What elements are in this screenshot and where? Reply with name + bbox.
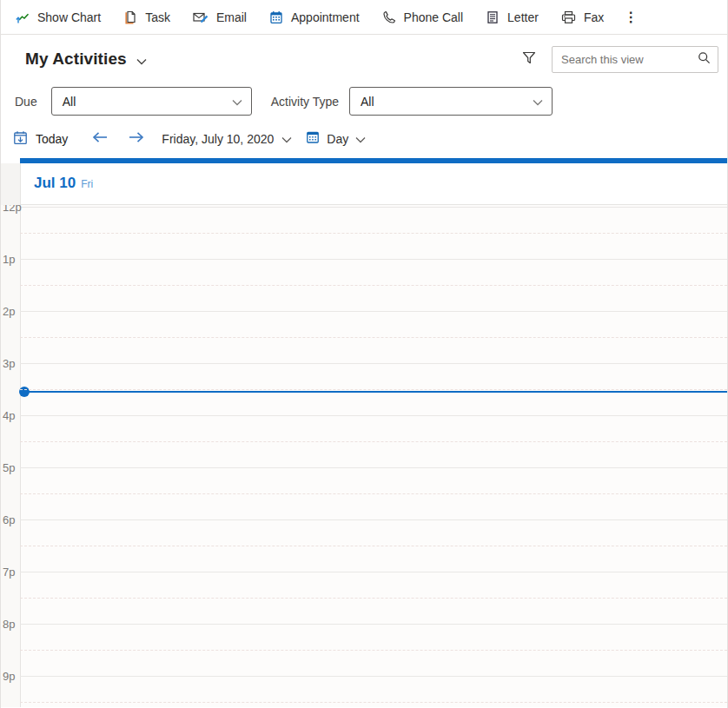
phone-call-label: Phone Call [404,10,464,24]
today-button[interactable]: Today [8,130,73,148]
email-icon [193,10,208,24]
day-header-row: Jul 10 Fri [1,163,727,205]
chevron-down-icon [281,131,292,147]
activity-type-filter-label: Activity Type [271,95,339,109]
search-icon [698,51,711,67]
hour-line [20,207,727,208]
time-label: 7p [3,566,15,578]
phone-icon [382,10,396,24]
view-search-box [552,46,718,73]
filter-button[interactable] [520,50,538,69]
half-hour-line [20,546,727,546]
view-header: My Activities [1,35,727,83]
appointment-icon [269,10,283,24]
half-hour-line [20,598,727,599]
appointment-button[interactable]: Appointment [258,3,371,32]
half-hour-line [20,337,727,338]
chevron-down-icon [232,94,242,109]
arrow-right-icon [128,131,144,146]
time-label: 1p [3,254,15,265]
email-label: Email [216,10,247,24]
time-label: 3p [3,358,15,369]
half-hour-line [20,493,727,494]
current-time-line [27,391,727,393]
day-header-date: Jul 10 [34,175,76,192]
view-mode-label: Day [327,132,348,146]
show-chart-button[interactable]: Show Chart [4,3,112,32]
fax-button[interactable]: Fax [550,3,615,32]
search-input[interactable] [553,53,696,66]
hour-line [20,519,727,520]
task-icon [123,10,137,24]
time-label: 5p [3,462,15,473]
time-label: 12p [3,205,22,213]
arrow-left-icon [92,131,109,146]
hour-line [20,311,727,312]
appointment-label: Appointment [291,10,360,24]
letter-icon [486,10,500,24]
phone-call-button[interactable]: Phone Call [371,3,475,32]
gutter-corner [1,163,20,205]
filter-row: Due All Activity Type All [1,83,727,119]
due-filter-label: Due [15,95,37,109]
view-title: My Activities [25,50,127,69]
letter-button[interactable]: Letter [474,3,550,32]
half-hour-line [20,441,727,442]
time-label: 4p [3,410,15,421]
next-day-button[interactable] [128,131,144,146]
letter-label: Letter [507,10,539,24]
view-selector-chevron-icon[interactable] [136,53,147,69]
day-header-weekday: Fri [81,178,93,190]
day-view-icon [306,130,320,148]
time-label: 6p [3,514,15,526]
due-filter-value: All [63,95,232,109]
task-button[interactable]: Task [112,3,182,32]
date-picker[interactable]: Friday, July 10, 2020 [162,131,292,147]
calendar-grid[interactable]: 12p1p2p3p4p5p6p7p8p9p [1,205,727,707]
activity-type-filter-dropdown[interactable]: All [349,87,553,116]
filter-icon [522,54,536,67]
half-hour-line [20,233,727,234]
activity-type-filter-value: All [361,95,533,109]
email-button[interactable]: Email [182,3,258,32]
time-label: 9p [3,671,15,682]
calendar-today-icon [13,130,28,148]
search-submit-button[interactable] [696,51,718,67]
due-filter-dropdown[interactable]: All [51,87,252,116]
half-hour-line [20,702,727,703]
time-label: 2p [3,306,15,317]
task-label: Task [145,10,170,24]
half-hour-line [20,285,727,286]
day-column-header[interactable]: Jul 10 Fri [20,163,727,205]
hour-line [20,467,727,468]
calendar-toolbar: Today Friday, July 10, 2020 [1,119,727,158]
time-gutter-divider [20,205,21,707]
current-time-dot [19,387,30,397]
half-hour-line [20,650,727,651]
hour-line [20,363,727,364]
time-label: 8p [3,619,15,630]
hour-line [20,676,727,677]
hour-line [20,624,727,625]
show-chart-icon [16,10,30,24]
chevron-down-icon [355,131,366,147]
hour-line [20,259,727,260]
hour-line [20,572,727,572]
command-bar: Show Chart Task Email [1,0,727,35]
fax-icon [561,10,576,24]
more-commands-button[interactable]: ⋮ [615,9,646,25]
calendar-view-selector[interactable]: Day [306,130,366,148]
chevron-down-icon [533,94,543,109]
fax-label: Fax [584,10,604,24]
today-label: Today [36,132,68,146]
show-chart-label: Show Chart [37,10,101,24]
hour-line [20,415,727,416]
half-hour-line [20,389,727,390]
current-date-label: Friday, July 10, 2020 [162,132,274,146]
previous-day-button[interactable] [92,131,109,146]
time-gutter [1,205,20,707]
